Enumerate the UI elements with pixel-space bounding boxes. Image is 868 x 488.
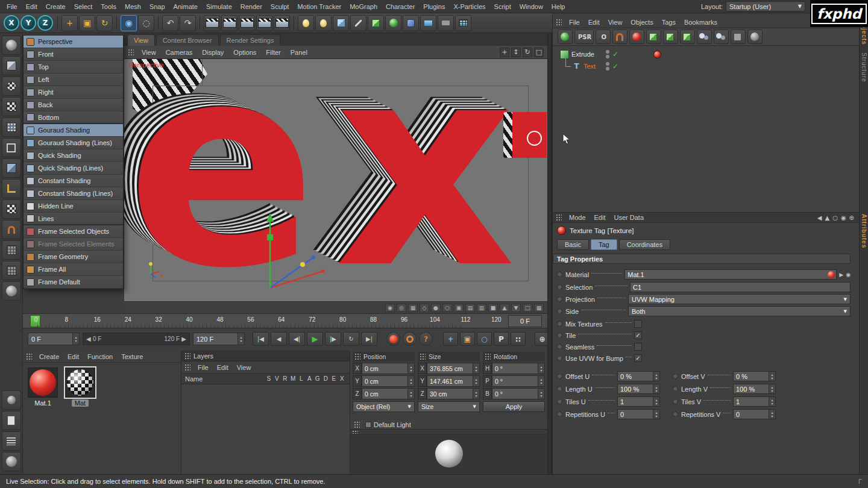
camera-lock-icon[interactable]: ◉ bbox=[385, 304, 395, 312]
material-ball-icon[interactable] bbox=[629, 30, 644, 44]
search-icon[interactable]: ○ bbox=[832, 214, 838, 221]
viewport-menu-item[interactable]: Options bbox=[228, 46, 261, 58]
viewport-solo-icon[interactable] bbox=[2, 281, 21, 301]
keyframe-dot-icon[interactable] bbox=[673, 411, 678, 417]
menubar-item[interactable]: Animate bbox=[169, 0, 202, 13]
end-frame-field[interactable]: 120 F ▴▾ bbox=[193, 333, 245, 345]
keyframe-dot-icon[interactable] bbox=[557, 272, 562, 277]
uv-value-field[interactable]: 0▴▾ bbox=[733, 409, 776, 419]
stepper-icon[interactable]: ▴▾ bbox=[653, 410, 659, 419]
visibility-dots-icon[interactable] bbox=[606, 50, 609, 58]
loop-button[interactable]: ↻ bbox=[343, 332, 359, 346]
record-pla-button[interactable]: :: bbox=[511, 332, 526, 346]
dock-tab-attributes[interactable]: Attributes bbox=[861, 214, 867, 248]
coordinate-field[interactable]: 147.461 cm▴▾ bbox=[427, 375, 480, 387]
uv-value-field[interactable]: 100 %▴▾ bbox=[733, 384, 776, 394]
selection-field[interactable]: C1 bbox=[630, 282, 851, 292]
panel-grip-icon[interactable] bbox=[556, 19, 562, 26]
workplane-mode-icon[interactable] bbox=[2, 97, 21, 116]
previous-frame-button[interactable]: ◀| bbox=[289, 332, 305, 346]
panel-divider[interactable] bbox=[547, 33, 552, 474]
layers-menu-item[interactable]: Edit bbox=[213, 361, 233, 373]
menubar-item[interactable]: File bbox=[2, 0, 22, 13]
checkbox[interactable] bbox=[634, 343, 642, 351]
sphere-grid-icon[interactable] bbox=[747, 30, 763, 44]
stepper-icon[interactable]: ▴▾ bbox=[407, 363, 414, 374]
panel-grip-icon[interactable] bbox=[420, 353, 426, 360]
stepper-icon[interactable]: ▴▾ bbox=[653, 384, 659, 393]
rotate-tool-button[interactable]: ↻ bbox=[96, 15, 113, 31]
view-menu-item[interactable]: Frame All bbox=[24, 263, 123, 276]
current-frame-box[interactable]: 0 F bbox=[508, 315, 542, 327]
camera-icon[interactable]: ◎ bbox=[397, 304, 406, 312]
material-menu-item[interactable]: Function bbox=[83, 351, 117, 362]
add-icon[interactable]: ⊕ bbox=[849, 214, 854, 221]
magnet-icon[interactable] bbox=[612, 30, 627, 44]
flag-column-header[interactable]: V bbox=[273, 375, 281, 382]
uv-value-field[interactable]: 0 %▴▾ bbox=[733, 371, 776, 381]
view-menu-item[interactable]: Quick Shading (Lines) bbox=[24, 162, 123, 175]
side-dropdown[interactable]: Both ▼ bbox=[628, 306, 851, 316]
axis-toggle-icon[interactable]: ◇ bbox=[420, 304, 429, 312]
view-menu-item[interactable]: Frame Selected Objects bbox=[24, 225, 123, 238]
flag-column-header[interactable]: X bbox=[338, 375, 347, 382]
flag-column-header[interactable]: G bbox=[313, 375, 322, 382]
dolly-view-icon[interactable]: ↕ bbox=[511, 48, 521, 57]
coordinate-field[interactable]: 376.855 cm▴▾ bbox=[427, 363, 480, 374]
region-icon[interactable]: □ bbox=[523, 304, 532, 312]
menubar-item[interactable]: Tools bbox=[96, 0, 121, 13]
back-icon[interactable]: ◀ bbox=[817, 214, 822, 221]
render-view-button[interactable] bbox=[204, 15, 220, 31]
view-menu-item[interactable]: Gouraud Shading (Lines) bbox=[24, 137, 123, 149]
object-manager-menu-item[interactable]: Tags bbox=[658, 16, 680, 28]
stepper-icon[interactable]: ▴▾ bbox=[538, 363, 544, 374]
locked-workplane-icon[interactable] bbox=[2, 261, 21, 280]
apply-button[interactable]: Apply bbox=[483, 401, 545, 412]
keyframe-dot-icon[interactable] bbox=[673, 399, 678, 404]
rotate-view-icon[interactable]: ↻ bbox=[523, 48, 532, 57]
material-menu-item[interactable]: Texture bbox=[117, 351, 147, 362]
object-row-text[interactable]: T Text bbox=[572, 61, 596, 72]
viewport-tab[interactable]: Content Browser bbox=[156, 34, 219, 46]
attributes-tab[interactable]: Coordinates bbox=[619, 239, 670, 250]
add-mograph-button[interactable] bbox=[385, 15, 401, 31]
keyframe-dot-icon[interactable] bbox=[557, 344, 562, 349]
view-menu-item[interactable]: Right bbox=[24, 86, 123, 99]
viewport-menu-item[interactable]: View bbox=[137, 46, 161, 58]
keyframe-options-button[interactable]: ? bbox=[419, 332, 433, 346]
panel-grip-icon[interactable] bbox=[354, 353, 360, 360]
resize-grip-icon[interactable]: Γ bbox=[858, 478, 862, 485]
menubar-item[interactable]: Select bbox=[70, 0, 97, 13]
texture-tag-icon[interactable] bbox=[653, 51, 661, 58]
tool-icon[interactable] bbox=[731, 30, 746, 44]
layers-menu-item[interactable]: File bbox=[193, 361, 213, 373]
layer-icon[interactable]: ■ bbox=[488, 304, 498, 312]
keyframe-dot-icon[interactable] bbox=[673, 374, 678, 379]
model-mode-icon[interactable] bbox=[2, 56, 21, 75]
content-browser-icon[interactable] bbox=[2, 411, 21, 430]
lock-icon[interactable]: ◉ bbox=[841, 214, 846, 221]
keyframe-dot-icon[interactable] bbox=[557, 399, 562, 404]
make-editable-icon[interactable] bbox=[2, 36, 21, 55]
viewport-menu-item[interactable]: Filter bbox=[261, 46, 285, 58]
viewport-camera-label[interactable]: Perspective bbox=[129, 61, 163, 69]
add-array-button[interactable] bbox=[455, 15, 471, 31]
generator2-icon[interactable] bbox=[663, 30, 678, 44]
stepper-icon[interactable]: ▴▾ bbox=[769, 372, 775, 381]
panel-grip-icon[interactable] bbox=[184, 364, 190, 371]
view-menu-item[interactable]: Left bbox=[24, 74, 123, 86]
panel-grip-icon[interactable] bbox=[184, 352, 190, 360]
generator3-icon[interactable] bbox=[680, 30, 695, 44]
object-mode-dropdown[interactable]: Object (Rel)▼ bbox=[353, 401, 415, 412]
render-settings-button[interactable] bbox=[274, 15, 290, 31]
stepper-icon[interactable]: ▴▾ bbox=[473, 389, 479, 399]
texture-toggle-icon[interactable]: ▤ bbox=[465, 304, 475, 312]
stepper-icon[interactable]: ▴▾ bbox=[473, 363, 479, 374]
shading-icon[interactable]: ● bbox=[431, 304, 441, 312]
keyframe-dot-icon[interactable] bbox=[557, 374, 562, 379]
object-manager-menu-item[interactable]: File bbox=[565, 16, 584, 28]
prev-view-icon[interactable]: ▲ bbox=[500, 304, 509, 312]
object-manager-menu-item[interactable]: Bookmarks bbox=[680, 16, 722, 28]
object-manager-menu-item[interactable]: Edit bbox=[584, 16, 604, 28]
menubar-item[interactable]: Window bbox=[515, 0, 547, 13]
